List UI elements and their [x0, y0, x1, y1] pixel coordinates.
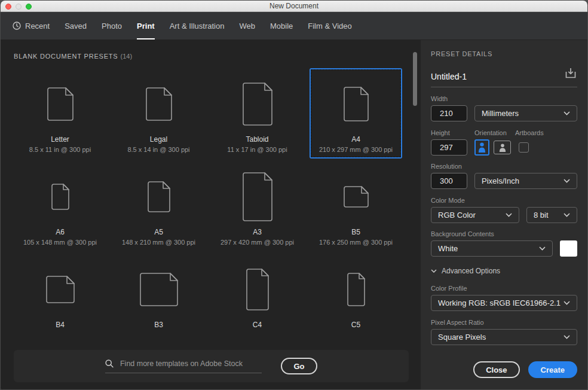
preset-dims: 11 x 17 in @ 300 ppi — [227, 146, 287, 154]
tab-recent[interactable]: Recent — [13, 12, 50, 39]
presets-count: (14) — [120, 53, 132, 60]
preset-tile[interactable]: A4 210 x 297 mm @ 300 ppi — [310, 68, 402, 159]
preset-name: C5 — [351, 321, 360, 329]
tab-label: Photo — [102, 22, 122, 31]
artboards-checkbox[interactable] — [519, 142, 529, 153]
document-name-row — [431, 66, 577, 87]
preset-dims: 8.5 x 11 in @ 300 ppi — [29, 146, 91, 154]
preset-name: A5 — [154, 228, 163, 236]
landscape-orientation-icon — [499, 144, 506, 152]
adobe-stock-searchbar: Go — [14, 350, 409, 382]
tab-label: Art & Illustration — [170, 22, 225, 31]
background-contents-select[interactable]: White — [431, 240, 553, 257]
tab-print[interactable]: Print — [137, 12, 155, 39]
pixel-aspect-ratio-select[interactable]: Square Pixels — [431, 329, 577, 345]
preset-tile[interactable]: Tabloid 11 x 17 in @ 300 ppi — [211, 68, 304, 159]
zoom-window-button[interactable] — [26, 4, 32, 10]
minimize-window-button[interactable] — [16, 4, 22, 10]
preset-name: C4 — [253, 321, 262, 329]
preset-tile[interactable]: A6 105 x 148 mm @ 300 ppi — [14, 161, 106, 251]
document-page-icon — [114, 69, 204, 135]
resolution-input[interactable] — [431, 173, 467, 189]
dialog-actions: Close Create — [473, 361, 577, 378]
chevron-down-icon — [564, 213, 570, 217]
portrait-orientation-icon — [478, 142, 486, 153]
tab-label: Recent — [25, 22, 50, 31]
preset-tile[interactable]: B5 176 x 250 mm @ 300 ppi — [310, 161, 402, 251]
height-label: Height — [431, 129, 474, 136]
stock-search-field[interactable] — [105, 359, 262, 373]
document-page-icon — [212, 162, 302, 228]
document-name-input[interactable] — [431, 72, 557, 81]
preset-tile[interactable]: C4 — [211, 254, 304, 344]
document-page-icon — [114, 255, 204, 321]
background-contents-label: Background Contents — [431, 230, 494, 237]
bit-depth-select[interactable]: 8 bit — [526, 207, 577, 223]
create-button[interactable]: Create — [528, 361, 577, 378]
artboards-label: Artboards — [515, 129, 544, 136]
height-input[interactable] — [431, 139, 467, 156]
preset-dims: 210 x 297 mm @ 300 ppi — [319, 146, 393, 154]
background-contents-value: White — [438, 244, 539, 253]
background-color-swatch[interactable] — [560, 240, 577, 257]
document-page-icon — [311, 255, 401, 321]
tab-film-video[interactable]: Film & Video — [308, 12, 351, 39]
tab-saved[interactable]: Saved — [65, 12, 87, 39]
preset-tile[interactable]: A3 297 x 420 mm @ 300 ppi — [211, 161, 304, 251]
preset-name: A4 — [351, 135, 360, 144]
save-preset-button[interactable] — [564, 66, 577, 81]
chevron-down-icon — [564, 335, 570, 339]
color-profile-select[interactable]: Working RGB: sRGB IEC61966-2.1 — [431, 295, 577, 311]
chevron-down-icon — [539, 246, 546, 251]
close-window-button[interactable] — [5, 4, 11, 10]
tab-web[interactable]: Web — [239, 12, 255, 39]
preset-tile[interactable]: Legal 8.5 x 14 in @ 300 ppi — [112, 68, 205, 159]
orientation-portrait-button[interactable] — [474, 139, 489, 156]
orientation-label: Orientation — [474, 129, 515, 136]
chevron-down-icon — [431, 269, 437, 273]
tab-mobile[interactable]: Mobile — [270, 12, 293, 39]
presets-section-title: BLANK DOCUMENT PRESETS(14) — [14, 53, 422, 60]
preset-name: B4 — [56, 321, 65, 329]
tab-photo[interactable]: Photo — [102, 12, 122, 39]
panel-title: PRESET DETAILS — [431, 50, 577, 57]
scrollbar-thumb[interactable] — [413, 52, 417, 106]
resolution-unit-select[interactable]: Pixels/Inch — [474, 173, 577, 189]
stock-search-input[interactable] — [120, 359, 262, 368]
document-page-icon — [15, 255, 105, 321]
chevron-down-icon — [564, 179, 570, 183]
preset-tile[interactable]: B3 — [112, 254, 205, 344]
width-input[interactable] — [431, 105, 467, 121]
unit-select[interactable]: Millimeters — [474, 105, 577, 121]
preset-details-panel: PRESET DETAILS Width Millimeters Height … — [421, 40, 587, 389]
preset-name: Tabloid — [246, 135, 268, 144]
titlebar: New Document — [1, 1, 587, 12]
bit-depth-value: 8 bit — [534, 211, 564, 220]
pixel-aspect-ratio-label: Pixel Aspect Ratio — [431, 319, 484, 326]
document-page-icon — [114, 162, 204, 228]
tab-art-illustration[interactable]: Art & Illustration — [170, 12, 225, 39]
document-page-icon — [212, 69, 302, 135]
close-button[interactable]: Close — [473, 361, 519, 378]
document-page-icon — [311, 162, 401, 228]
pixel-aspect-ratio-value: Square Pixels — [438, 333, 564, 342]
preset-name: B3 — [154, 321, 163, 329]
tab-label: Web — [239, 22, 255, 31]
search-icon — [105, 359, 114, 368]
advanced-options-toggle[interactable]: Advanced Options — [431, 267, 577, 275]
preset-name: Legal — [150, 135, 167, 144]
go-button[interactable]: Go — [281, 358, 317, 374]
advanced-options-label: Advanced Options — [442, 267, 500, 275]
preset-tile[interactable]: B4 — [14, 254, 106, 344]
document-page-icon — [212, 255, 302, 321]
preset-dims: 297 x 420 mm @ 300 ppi — [220, 239, 294, 246]
preset-tile[interactable]: A5 148 x 210 mm @ 300 ppi — [112, 161, 205, 251]
preset-tile[interactable]: Letter 8.5 x 11 in @ 300 ppi — [14, 68, 106, 159]
clock-icon — [13, 22, 21, 30]
traffic-lights — [5, 4, 32, 10]
color-mode-select[interactable]: RGB Color — [431, 207, 519, 223]
preset-tile[interactable]: C5 — [310, 254, 402, 344]
presets-section-title-text: BLANK DOCUMENT PRESETS — [14, 53, 118, 60]
orientation-landscape-button[interactable] — [494, 141, 511, 154]
preset-grid: Letter 8.5 x 11 in @ 300 ppi Legal 8.5 x… — [14, 68, 422, 344]
